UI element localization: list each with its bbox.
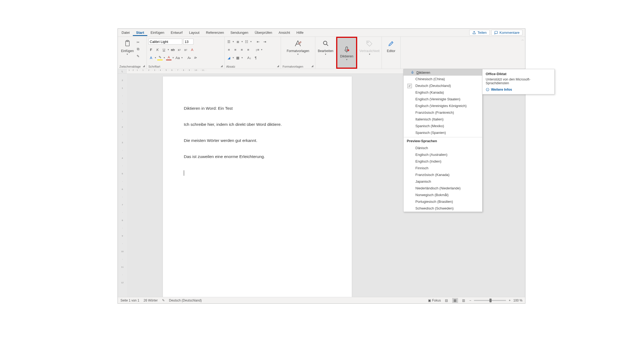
multilevel-list-icon[interactable]: ☷ [244,39,249,44]
status-language[interactable]: Deutsch (Deutschland) [169,299,202,302]
language-option[interactable]: Französisch (Frankreich) [404,109,482,116]
language-option[interactable]: Schwedisch (Schweden) [404,205,482,212]
editor-button[interactable]: Editor [384,38,398,54]
tab-sendungen[interactable]: Sendungen [227,30,252,36]
language-option[interactable]: Dänisch [404,145,482,151]
dictate-button[interactable]: Diktieren ▾ [336,37,357,69]
line-spacing-icon[interactable]: ↕≡ [255,47,260,52]
font-launcher-icon[interactable]: ◢ [221,64,223,67]
ruler-vertical[interactable]: 21··1·2·3·4·5·6·7·8·9·10·11·12 [118,74,127,297]
subscript-button[interactable]: x2 [177,47,182,52]
zoom-slider[interactable] [474,300,506,301]
language-option[interactable]: Norwegisch (Bokmål) [404,192,482,198]
status-page[interactable]: Seite 1 von 1 [120,299,139,302]
sort-icon[interactable]: A↓ [247,55,252,60]
dropdown-header[interactable]: Diktieren [404,69,482,76]
svg-point-2 [323,41,327,45]
clear-formatting-icon[interactable]: A [189,47,195,52]
tab-hilfe[interactable]: Hilfe [293,30,307,36]
paragraph-launcher-icon[interactable]: ◢ [277,64,279,67]
tab-referenzen[interactable]: Referenzen [203,30,227,36]
tab-einfuegen[interactable]: Einfügen [147,30,167,36]
font-color-icon[interactable]: A [166,55,171,60]
number-list-icon[interactable]: ≣ [235,39,240,44]
zoom-in-button[interactable]: + [509,299,511,302]
language-option[interactable]: Finnisch [404,165,482,171]
underline-button[interactable]: U [161,47,167,52]
share-button[interactable]: Teilen [469,30,490,35]
tab-entwurf[interactable]: Entwurf [167,30,186,36]
tab-start[interactable]: Start [133,30,147,36]
svg-point-4 [347,49,349,51]
styles-icon [294,39,302,48]
align-right-icon[interactable]: ≡ [239,47,244,52]
document-page[interactable]: Diktieren in Word: Ein Test Ich schreibe… [163,76,352,297]
tab-ansicht[interactable]: Ansicht [275,30,293,36]
focus-mode-button[interactable]: ▣ Fokus [428,299,441,302]
show-marks-icon[interactable]: ¶ [253,55,258,60]
decrease-indent-icon[interactable]: ⇤ [255,39,261,44]
shrink-font-icon[interactable]: A▾ [193,55,198,60]
align-left-icon[interactable]: ≡ [226,47,232,52]
bullet-list-icon[interactable]: ☰ [226,39,232,44]
find-button[interactable]: Bearbeiten ▾ [317,38,334,57]
language-option[interactable]: Englisch (Vereinigte Staaten) [404,96,482,102]
sensitivity-button[interactable]: Vertraulichkeit ▾ [359,38,380,57]
borders-icon[interactable]: ▦ [235,55,240,60]
highlight-icon[interactable]: ✎ [157,55,163,60]
doc-paragraph[interactable]: Das ist zuweilen eine enorme Erleichteru… [184,154,331,159]
bold-button[interactable]: F [148,47,154,52]
format-painter-icon[interactable]: ✎ [135,53,141,59]
justify-icon[interactable]: ≡ [246,47,251,52]
italic-button[interactable]: K [155,47,160,52]
proofing-icon[interactable]: ✎ [162,299,165,302]
superscript-button[interactable]: x2 [183,47,188,52]
ribbon-collapse-icon[interactable]: ︿ [521,38,524,42]
language-option[interactable]: Spanisch (Mexiko) [404,123,482,129]
group-label-paragraph: Absatz [226,64,235,68]
language-option[interactable]: Englisch (Indien) [404,158,482,165]
doc-paragraph[interactable]: Die meisten Wörter werden gut erkannt. [184,138,331,143]
shading-icon[interactable]: ◢ [226,55,232,60]
language-option[interactable]: Französisch (Kanada) [404,171,482,178]
text-effects-icon[interactable]: A [148,55,154,60]
language-option[interactable]: Italienisch (Italien) [404,116,482,123]
language-option[interactable]: Englisch (Vereinigtes Königreich) [404,102,482,109]
dropdown-header-label: Diktieren [416,71,430,75]
language-option[interactable]: Niederländisch (Niederlande) [404,185,482,192]
comments-button[interactable]: Kommentare [491,30,522,35]
language-option[interactable]: Deutsch (Deutschland) [404,82,482,89]
language-option[interactable]: Japanisch [404,178,482,185]
web-layout-icon[interactable]: ▥ [461,298,467,303]
strikethrough-button[interactable]: ab [170,47,175,52]
change-case-button[interactable]: Aa [175,55,180,60]
status-word-count[interactable]: 26 Wörter [144,299,158,302]
tab-ueberpruefen[interactable]: Überprüfen [251,30,275,36]
tab-datei[interactable]: Datei [118,30,133,36]
align-center-icon[interactable]: ≡ [233,47,238,52]
clipboard-launcher-icon[interactable]: ◢ [143,64,145,67]
increase-indent-icon[interactable]: ⇥ [262,39,267,44]
cut-icon[interactable]: ✂ [135,39,141,45]
doc-paragraph[interactable]: Diktieren in Word: Ein Test [184,106,331,111]
language-option[interactable]: Portugiesisch (Brasilien) [404,198,482,205]
copy-icon[interactable]: ⧉ [135,46,141,52]
read-mode-icon[interactable]: ▤ [444,298,449,303]
language-option[interactable]: Englisch (Kanada) [404,89,482,96]
styles-button[interactable]: Formatvorlagen ▾ [285,38,311,57]
grow-font-icon[interactable]: A▴ [186,55,192,60]
font-size-select[interactable] [183,39,193,45]
language-option[interactable]: Chinesisch (China) [404,76,482,82]
doc-paragraph[interactable]: Ich schreibe hier, indem ich direkt über… [184,122,331,127]
zoom-level[interactable]: 100 % [513,299,522,302]
print-layout-icon[interactable]: ▦ [452,298,458,303]
paste-button[interactable]: Einfügen ▾ [119,38,135,57]
styles-launcher-icon[interactable]: ◢ [311,64,313,67]
chevron-down-icon[interactable]: ▾ [168,48,169,51]
language-option[interactable]: Spanisch (Spanien) [404,129,482,136]
font-family-select[interactable] [148,39,182,45]
language-option[interactable]: Englisch (Australien) [404,151,482,158]
zoom-out-button[interactable]: − [469,299,471,302]
tab-layout[interactable]: Layout [186,30,203,36]
tooltip-more-info-link[interactable]: Weitere Infos [486,88,551,91]
